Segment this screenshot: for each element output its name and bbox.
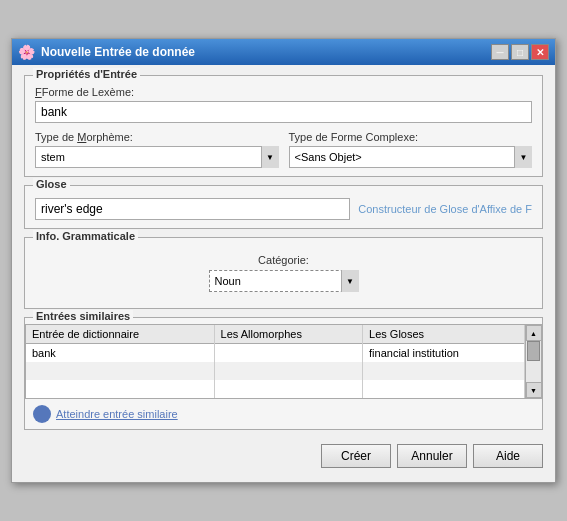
- lexeme-label: FForme de Lexème:: [35, 86, 532, 98]
- table-header-row: Entrée de dictionnaire Les Allomorphes L…: [26, 325, 525, 344]
- glose-label: Glose: [33, 178, 70, 190]
- minimize-button[interactable]: ─: [491, 44, 509, 60]
- title-buttons: ─ □ ✕: [491, 44, 549, 60]
- gram-section: Info. Grammaticale Catégorie: Noun Verb …: [24, 237, 543, 309]
- cell-gloses: financial institution: [363, 344, 525, 363]
- glose-group: Glose Constructeur de Glose d'Affixe de …: [24, 185, 543, 229]
- category-group: Catégorie: Noun Verb Adjective ▼: [209, 254, 359, 292]
- glose-row: Constructeur de Glose d'Affixe de F: [35, 198, 532, 220]
- main-content: Propriétés d'Entrée FForme de Lexème: Ty…: [12, 65, 555, 482]
- col-gloses: Les Gloses: [363, 325, 525, 344]
- nav-icon: [33, 405, 51, 423]
- category-select-wrapper: Noun Verb Adjective ▼: [209, 270, 359, 292]
- cell-entry: bank: [26, 344, 214, 363]
- window-title: Nouvelle Entrée de donnée: [41, 45, 195, 59]
- similar-section: Entrées similaires Entrée de dictionnair…: [24, 317, 543, 430]
- morpheme-type-label: Type de Morphème:: [35, 131, 279, 143]
- morpheme-type-wrapper: stem ▼: [35, 146, 279, 168]
- app-icon: 🌸: [18, 44, 35, 60]
- scroll-up-icon: ▲: [530, 330, 537, 337]
- scroll-thumb[interactable]: [527, 341, 540, 361]
- complex-form-wrapper: <Sans Objet> ▼: [289, 146, 533, 168]
- table-with-scroll: Entrée de dictionnaire Les Allomorphes L…: [25, 324, 542, 399]
- title-bar: 🌸 Nouvelle Entrée de donnée ─ □ ✕: [12, 39, 555, 65]
- col-allomorphs: Les Allomorphes: [214, 325, 362, 344]
- complex-form-label: Type de Forme Complexe:: [289, 131, 533, 143]
- link-row: Atteindre entrée similaire: [25, 399, 542, 429]
- title-bar-left: 🌸 Nouvelle Entrée de donnée: [18, 44, 195, 60]
- scroll-down-icon: ▼: [530, 387, 537, 394]
- col-entry: Entrée de dictionnaire: [26, 325, 214, 344]
- category-label: Catégorie:: [258, 254, 309, 266]
- main-window: 🌸 Nouvelle Entrée de donnée ─ □ ✕ Propri…: [11, 38, 556, 483]
- complex-form-col: Type de Forme Complexe: <Sans Objet> ▼: [289, 129, 533, 168]
- create-button[interactable]: Créer: [321, 444, 391, 468]
- table-inner: Entrée de dictionnaire Les Allomorphes L…: [26, 325, 525, 398]
- help-button[interactable]: Aide: [473, 444, 543, 468]
- complex-form-select[interactable]: <Sans Objet>: [289, 146, 533, 168]
- category-select[interactable]: Noun Verb Adjective: [209, 270, 359, 292]
- similar-label: Entrées similaires: [33, 310, 133, 322]
- properties-group: Propriétés d'Entrée FForme de Lexème: Ty…: [24, 75, 543, 177]
- scroll-down-button[interactable]: ▼: [526, 382, 542, 398]
- cell-allomorphs: [214, 344, 362, 363]
- maximize-button[interactable]: □: [511, 44, 529, 60]
- scroll-track: [526, 341, 541, 382]
- table-row-empty1: [26, 362, 525, 380]
- category-row: Catégorie: Noun Verb Adjective ▼: [35, 246, 532, 300]
- similar-table: Entrée de dictionnaire Les Allomorphes L…: [26, 325, 525, 398]
- goto-similar-link[interactable]: Atteindre entrée similaire: [56, 408, 178, 420]
- close-button[interactable]: ✕: [531, 44, 549, 60]
- properties-label: Propriétés d'Entrée: [33, 68, 140, 80]
- similar-table-container: Entrée de dictionnaire Les Allomorphes L…: [25, 324, 542, 399]
- scroll-up-button[interactable]: ▲: [526, 325, 542, 341]
- morpheme-type-col: Type de Morphème: stem ▼: [35, 129, 279, 168]
- table-row-empty2: [26, 380, 525, 398]
- footer-buttons: Créer Annuler Aide: [24, 438, 543, 472]
- morpheme-type-select[interactable]: stem: [35, 146, 279, 168]
- cancel-button[interactable]: Annuler: [397, 444, 467, 468]
- scrollbar: ▲ ▼: [525, 325, 541, 398]
- lexeme-input[interactable]: [35, 101, 532, 123]
- glose-input[interactable]: [35, 198, 350, 220]
- gram-label: Info. Grammaticale: [33, 230, 138, 242]
- table-row[interactable]: bank financial institution: [26, 344, 525, 363]
- glose-constructor-link[interactable]: Constructeur de Glose d'Affixe de F: [358, 203, 532, 215]
